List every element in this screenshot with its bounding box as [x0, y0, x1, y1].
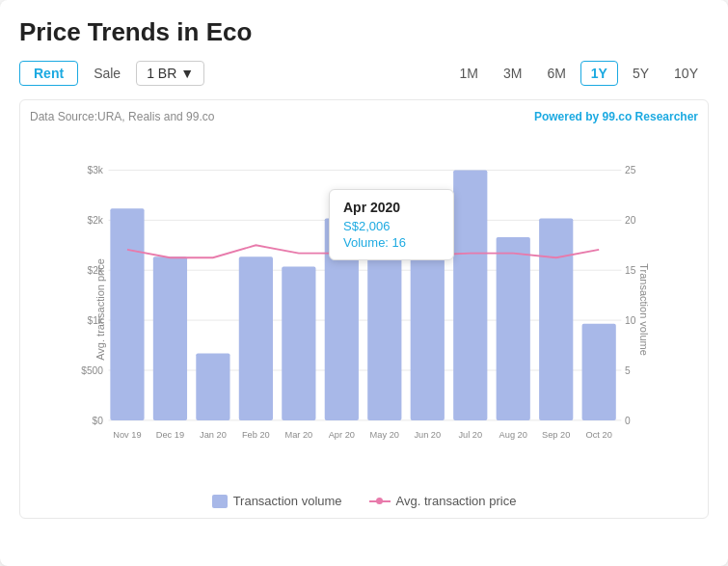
legend-bar-item: Transaction volume: [212, 494, 342, 508]
bar-aug20: [497, 237, 530, 420]
svg-text:Mar 20: Mar 20: [284, 430, 312, 440]
bedroom-label: 1 BR: [147, 66, 176, 81]
bar-may20: [367, 237, 401, 420]
chart-meta: Data Source:URA, Realis and 99.co Powere…: [30, 110, 698, 123]
svg-text:Oct 20: Oct 20: [586, 430, 612, 440]
legend-bar-icon: [212, 495, 228, 508]
svg-text:10: 10: [625, 315, 636, 326]
page-title: Price Trends in Eco: [19, 17, 709, 47]
powered-by-prefix: Powered by: [534, 110, 603, 123]
svg-text:5: 5: [625, 365, 631, 376]
chart-area: $3k $2k $2k $1k $500 $0 25 20 15 10 5 0: [78, 131, 650, 488]
svg-text:Nov 19: Nov 19: [113, 430, 141, 440]
bedroom-dropdown[interactable]: 1 BR ▼: [136, 61, 204, 86]
time-btn-3m[interactable]: 3M: [493, 61, 532, 86]
price-trends-card: Price Trends in Eco Rent Sale 1 BR ▼ 1M …: [0, 0, 728, 566]
time-range-controls: 1M 3M 6M 1Y 5Y 10Y: [448, 61, 709, 86]
legend-bar-label: Transaction volume: [233, 494, 342, 508]
bar-jul20: [453, 170, 487, 419]
svg-text:Dec 19: Dec 19: [156, 430, 184, 440]
svg-text:15: 15: [625, 265, 636, 276]
time-btn-1m[interactable]: 1M: [448, 61, 488, 86]
chart-container: Data Source:URA, Realis and 99.co Powere…: [19, 99, 709, 519]
svg-text:Apr 20: Apr 20: [329, 430, 355, 440]
powered-by: Powered by 99.co Researcher: [534, 110, 698, 123]
svg-text:$500: $500: [81, 365, 103, 376]
chart-legend: Transaction volume Avg. transaction pric…: [30, 494, 698, 508]
bar-feb20: [239, 256, 273, 420]
legend-line-item: Avg. transaction price: [369, 494, 517, 508]
rent-button[interactable]: Rent: [19, 61, 78, 86]
svg-text:Jun 20: Jun 20: [414, 430, 441, 440]
bar-jan20: [196, 353, 229, 419]
powered-by-link[interactable]: 99.co Researcher: [603, 110, 698, 123]
svg-text:Jul 20: Jul 20: [458, 430, 482, 440]
time-btn-1y[interactable]: 1Y: [580, 61, 618, 86]
svg-text:20: 20: [625, 215, 636, 226]
bar-jun20: [411, 247, 445, 420]
bar-oct20: [582, 324, 616, 420]
bar-sep20: [539, 218, 573, 419]
svg-text:Aug 20: Aug 20: [499, 430, 527, 440]
legend-line-label: Avg. transaction price: [396, 494, 517, 508]
main-chart-svg: $3k $2k $2k $1k $500 $0 25 20 15 10 5 0: [78, 131, 650, 488]
svg-text:Jan 20: Jan 20: [200, 430, 227, 440]
bar-nov19: [110, 208, 144, 420]
svg-text:25: 25: [625, 165, 636, 175]
svg-text:$3k: $3k: [88, 165, 104, 175]
svg-text:May 20: May 20: [370, 430, 399, 440]
svg-text:$2k: $2k: [88, 215, 104, 226]
svg-text:$2k: $2k: [88, 265, 104, 276]
tooltip-dot: [337, 249, 346, 257]
time-btn-5y[interactable]: 5Y: [622, 61, 660, 86]
time-btn-6m[interactable]: 6M: [536, 61, 576, 86]
svg-text:Feb 20: Feb 20: [242, 430, 270, 440]
chevron-down-icon: ▼: [180, 66, 194, 81]
bar-dec19: [153, 256, 187, 420]
data-source: Data Source:URA, Realis and 99.co: [30, 110, 214, 123]
chart-wrapper: Avg. transaction price Transaction volum…: [78, 131, 650, 488]
time-btn-10y[interactable]: 10Y: [663, 61, 709, 86]
svg-text:0: 0: [625, 416, 631, 426]
left-controls: Rent Sale 1 BR ▼: [19, 61, 204, 86]
svg-text:Sep 20: Sep 20: [542, 430, 570, 440]
legend-line-icon: [369, 500, 391, 502]
svg-text:$0: $0: [93, 416, 104, 426]
svg-text:$1k: $1k: [88, 315, 104, 326]
sale-button[interactable]: Sale: [86, 62, 128, 85]
bar-mar20: [282, 267, 315, 420]
controls-row: Rent Sale 1 BR ▼ 1M 3M 6M 1Y 5Y 10Y: [19, 61, 709, 86]
